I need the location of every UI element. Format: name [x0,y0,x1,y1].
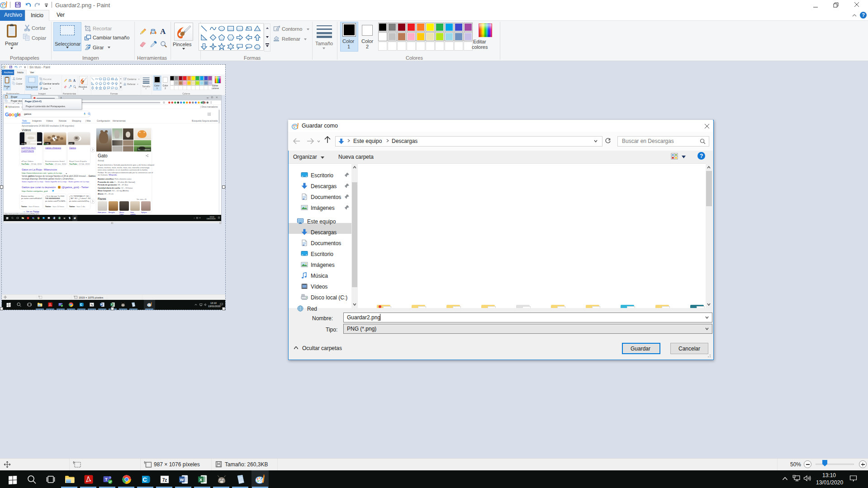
svg-text:T: T [105,477,108,482]
svg-text:7z: 7z [162,478,167,483]
svg-text:C: C [142,476,147,483]
svg-text:W: W [180,477,184,482]
svg-text:X: X [199,477,203,482]
